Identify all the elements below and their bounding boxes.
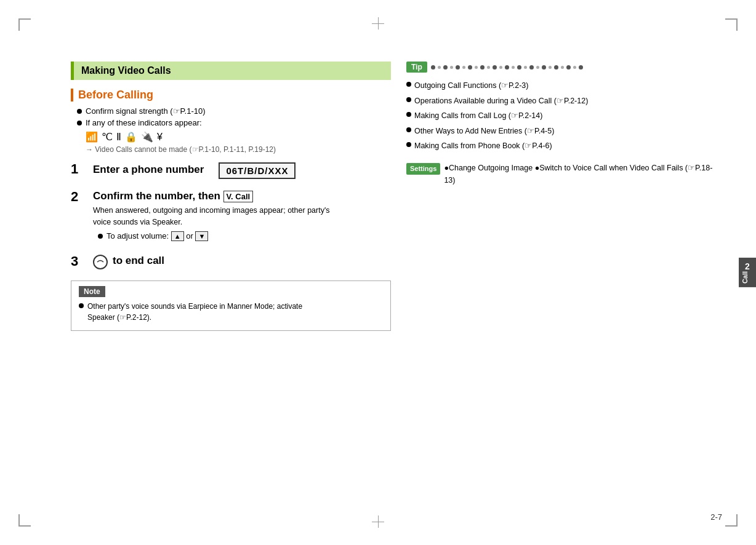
tip-item-4: Other Ways to Add New Entries (☞P.4-5) xyxy=(406,124,714,138)
tip-dot-4 xyxy=(450,66,453,69)
step-1-title: Enter a phone number xyxy=(93,164,204,176)
phone-display: 06T/B/D/XXX xyxy=(219,162,296,179)
tip-item-3: Making Calls from Call Log (☞P.2-14) xyxy=(406,109,714,123)
before-calling-section: Before Calling Confirm signal strength (… xyxy=(71,89,391,154)
tip-dot-21 xyxy=(554,65,558,70)
tip-dot-19 xyxy=(542,65,546,70)
tip-dot-18 xyxy=(536,66,539,69)
tip-item-1-text: Outgoing Call Functions (☞P.2-3) xyxy=(414,79,528,93)
tip-dot-2 xyxy=(438,66,441,69)
tip-dot-10 xyxy=(487,66,490,69)
before-calling-title: Before Calling xyxy=(71,89,391,101)
icon-antenna: 📶 xyxy=(86,131,98,143)
step-1-number: 1 xyxy=(71,162,88,176)
step-1-content: Enter a phone number 06T/B/D/XXX xyxy=(93,162,391,179)
tip-label: Tip xyxy=(406,62,427,73)
center-mark-bottom xyxy=(372,515,384,528)
tip-dot-13 xyxy=(505,65,509,70)
icon-yen: ¥ xyxy=(157,132,163,143)
step-2-desc: When answered, outgoing and incoming ima… xyxy=(93,205,391,228)
right-panel: Tip xyxy=(406,62,714,186)
section-header-title: Making Video Calls xyxy=(81,65,171,76)
bullet-dot-2 xyxy=(77,121,82,125)
step-2: 2 Confirm the number, then V. Call When … xyxy=(71,190,391,244)
step-2-sub-bullet: To adjust volume: ▲ or ▼ xyxy=(93,231,391,241)
tip-dot-24 xyxy=(573,66,576,69)
corner-mark-br xyxy=(725,514,738,527)
center-mark-top xyxy=(372,17,384,30)
indicator-icons-row: 📶 ℃ Ⅱ 🔒 🔌 ¥ xyxy=(86,131,391,143)
tip-bullet-dot-1 xyxy=(406,82,411,87)
note-text: Other party's voice sounds via Earpiece … xyxy=(87,301,302,323)
tip-bullet-dot-2 xyxy=(406,97,411,102)
tip-item-3-text: Making Calls from Call Log (☞P.2-14) xyxy=(414,109,542,123)
tip-item-2: Operations Available during a Video Call… xyxy=(406,94,714,108)
settings-row: Settings ●Change Outgoing Image ●Switch … xyxy=(406,162,714,186)
page-number: 2-7 xyxy=(710,512,722,522)
vol-down-key: ▼ xyxy=(195,231,208,241)
tip-dot-16 xyxy=(524,66,527,69)
step-1: 1 Enter a phone number 06T/B/D/XXX xyxy=(71,162,391,179)
tip-dot-25 xyxy=(579,65,583,70)
before-calling-bullet-1: Confirm signal strength (☞P.1-10) xyxy=(77,106,391,116)
tip-dots xyxy=(431,65,583,70)
main-content: Making Video Calls Before Calling Confir… xyxy=(71,62,391,331)
tip-dot-6 xyxy=(462,66,465,69)
tip-bullet-dot-5 xyxy=(406,142,411,147)
icon-lock: 🔒 xyxy=(125,131,137,143)
corner-mark-tr xyxy=(725,18,738,31)
tip-dot-8 xyxy=(475,66,478,69)
step-2-sub-text: To adjust volume: ▲ or ▼ xyxy=(107,231,208,241)
tip-item-5: Making Calls from Phone Book (☞P.4-6) xyxy=(406,139,714,153)
before-calling-bullet-1-text: Confirm signal strength (☞P.1-10) xyxy=(86,106,206,116)
tip-item-4-text: Other Ways to Add New Entries (☞P.4-5) xyxy=(414,124,554,138)
tip-dot-14 xyxy=(512,66,515,69)
tip-item-2-text: Operations Available during a Video Call… xyxy=(414,94,588,108)
vol-up-key: ▲ xyxy=(171,231,184,241)
end-call-icon xyxy=(93,255,108,269)
tip-dot-20 xyxy=(549,66,552,69)
icon-broadcast: 🔌 xyxy=(141,131,153,143)
tip-dot-22 xyxy=(561,66,564,69)
bullet-dot-1 xyxy=(77,109,82,114)
icon-signal-alt: ℃ xyxy=(102,131,113,143)
tip-dot-3 xyxy=(443,65,448,70)
tip-dot-11 xyxy=(493,65,497,70)
tip-dot-5 xyxy=(456,65,460,70)
before-calling-bullet-2: If any of these indicators appear: xyxy=(77,118,391,127)
end-call-row: to end call xyxy=(93,255,391,269)
side-tab: 2 Call xyxy=(739,258,756,287)
tip-bullet-dot-4 xyxy=(406,127,411,132)
tip-dot-23 xyxy=(566,65,571,70)
section-header: Making Video Calls xyxy=(71,62,391,80)
tip-dot-9 xyxy=(480,65,485,70)
step-2-content: Confirm the number, then V. Call When an… xyxy=(93,190,391,244)
step-2-bullet-dot xyxy=(98,234,103,239)
step-3-content: to end call xyxy=(93,255,391,269)
icon-info: Ⅱ xyxy=(116,131,121,143)
corner-mark-bl xyxy=(18,514,31,527)
tip-bullet-dot-3 xyxy=(406,112,411,117)
side-tab-number: 2 xyxy=(741,261,754,271)
arrow-line: → Video Calls cannot be made (☞P.1-10, P… xyxy=(86,145,391,154)
step-3-title: to end call xyxy=(113,255,164,267)
before-calling-bullet-2-text: If any of these indicators appear: xyxy=(86,118,202,127)
tip-dot-7 xyxy=(468,65,472,70)
note-bullet-dot xyxy=(79,303,84,308)
note-box: Note Other party's voice sounds via Earp… xyxy=(71,280,391,331)
tip-dot-12 xyxy=(499,66,502,69)
note-label: Note xyxy=(79,286,105,297)
tip-items: Outgoing Call Functions (☞P.2-3) Operati… xyxy=(406,79,714,153)
step-3-number: 3 xyxy=(71,255,88,268)
tip-dot-1 xyxy=(431,65,435,70)
tip-item-5-text: Making Calls from Phone Book (☞P.4-6) xyxy=(414,139,552,153)
step-2-title: Confirm the number, then V. Call xyxy=(93,190,391,202)
settings-label: Settings xyxy=(406,163,440,175)
tip-header: Tip xyxy=(406,62,714,73)
step-2-number: 2 xyxy=(71,190,88,204)
side-tab-text: Call xyxy=(741,271,749,284)
v-call-bracket: V. Call xyxy=(223,191,254,202)
tip-item-1: Outgoing Call Functions (☞P.2-3) xyxy=(406,79,714,93)
before-calling-content: Confirm signal strength (☞P.1-10) If any… xyxy=(71,106,391,154)
corner-mark-tl xyxy=(18,18,31,31)
